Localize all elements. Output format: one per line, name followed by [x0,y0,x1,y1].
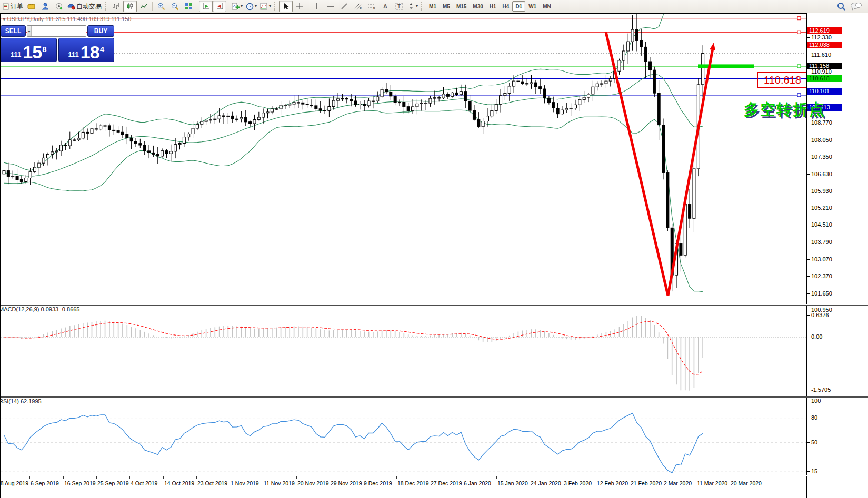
timeframe-D1[interactable]: D1 [512,1,525,12]
timeframe-M5[interactable]: M5 [440,1,453,12]
pane-splitter[interactable] [1,396,868,398]
candle [442,94,445,98]
text-label-button[interactable]: T [392,1,406,12]
autotrade-button[interactable]: 自动交易 [66,1,103,12]
candle [354,101,357,105]
candle [631,29,634,42]
candle [16,176,18,180]
candle [253,119,256,124]
candle [627,42,630,51]
candle [178,144,181,145]
turning-point-annotation[interactable]: 多空转折点 [744,99,825,120]
date-label: 2 Mar 2020 [664,480,692,486]
date-label: 1 Nov 2019 [231,480,259,486]
history-center-button[interactable] [25,1,38,12]
timeframe-MN[interactable]: MN [540,1,554,12]
price-axis-tick: 112.330 [811,34,832,40]
template-icon [260,3,268,10]
timeframe-M1[interactable]: M1 [426,1,440,12]
candle [3,171,5,174]
search-icon[interactable] [837,2,846,11]
sell-price-display[interactable]: 111 15 8 [1,38,57,62]
crosshair-button[interactable] [293,1,306,12]
candle [284,105,286,106]
date-label: 4 Oct 2019 [131,480,157,486]
date-label: 6 Sep 2019 [31,480,59,486]
pane-splitter[interactable] [1,475,868,476]
price-chart-canvas[interactable] [1,14,806,304]
price-level-callout[interactable]: 110.618 [757,72,808,88]
toolbar-separator [197,2,197,11]
text-button[interactable]: A [378,1,392,12]
rsi-pane[interactable]: RSI(14) 62.1995 [1,397,806,475]
signal-button[interactable] [52,1,66,12]
rsi-line [4,413,703,473]
pane-splitter[interactable] [1,304,868,306]
indicators-button[interactable]: ▾ [230,1,244,12]
candle [583,97,585,99]
chart-shift-icon [216,3,224,10]
horizontal-line-button[interactable] [324,1,337,12]
cursor-button[interactable] [279,1,293,12]
candle [578,99,581,105]
new-order-button[interactable]: 订单 [1,1,25,12]
shapes-button[interactable]: ▾ [406,1,420,12]
trendline-button[interactable] [337,1,351,12]
equidistant-channel-button[interactable]: E [351,1,365,12]
timeframe-M15[interactable]: M15 [453,1,470,12]
bar-chart-button[interactable] [109,1,123,12]
mt4-terminal: { "toolbar": { "order_label": "订单", "aut… [0,0,868,498]
candle [169,151,172,154]
buy-button[interactable]: BUY [87,25,114,37]
community-button[interactable] [38,1,52,12]
candle [86,132,89,133]
price-pane[interactable]: ▾ USDJPY,Daily 111.315 111.490 109.319 1… [1,13,806,304]
date-label: 27 Dec 2019 [431,480,462,486]
candle [702,54,704,85]
buy-price-display[interactable]: 111 18 4 [58,38,115,62]
candle [328,107,331,111]
candle [99,126,102,129]
tile-windows-button[interactable] [182,1,195,12]
sell-price-sup: 8 [42,46,46,53]
zoom-in-button[interactable] [154,1,168,12]
text-icon: A [382,3,389,10]
chart-shift-button[interactable] [213,1,226,12]
candle [95,129,97,129]
chat-icon[interactable] [850,2,862,11]
date-label: 18 Dec 2019 [397,480,429,486]
candle [358,104,361,105]
templates-button[interactable]: ▾ [258,1,273,12]
date-axis[interactable]: 28 Aug 20196 Sep 201916 Sep 201925 Sep 2… [1,476,868,498]
channel-icon: E [354,3,362,10]
fibonacci-button[interactable]: F [365,1,378,12]
vertical-line-button[interactable] [310,1,324,12]
candle [486,116,489,121]
lot-size-input[interactable] [32,26,86,36]
sell-button[interactable]: SELL [1,25,26,37]
dropdown-caret: ▾ [269,4,271,8]
line-chart-button[interactable] [137,1,151,12]
price-axis[interactable]: 112.330111.610110.910108.770108.050107.3… [807,13,868,498]
indicators-icon [232,3,240,10]
candle [293,103,295,104]
horizontal-line-icon [326,3,335,10]
periods-button[interactable]: ▾ [244,1,258,12]
auto-scroll-button[interactable] [199,1,213,12]
candle [205,120,207,121]
price-axis-tick: 105.930 [811,188,832,194]
timeframe-M30[interactable]: M30 [470,1,486,12]
candle [121,132,124,134]
macd-pane[interactable]: MACD(12,26,9) 0.0933 -0.8665 [1,305,806,396]
candle [130,138,133,141]
date-label: 14 Oct 2019 [164,480,194,486]
lot-decrease-button[interactable]: ▼ [27,26,32,36]
toolbar-right [837,2,867,11]
candle [662,125,665,173]
zoom-out-button[interactable] [168,1,182,12]
timeframe-H1[interactable]: H1 [486,1,500,12]
timeframe-W1[interactable]: W1 [525,1,540,12]
candlestick-button[interactable] [123,1,137,12]
candle [635,29,638,40]
timeframe-H4[interactable]: H4 [500,1,513,12]
